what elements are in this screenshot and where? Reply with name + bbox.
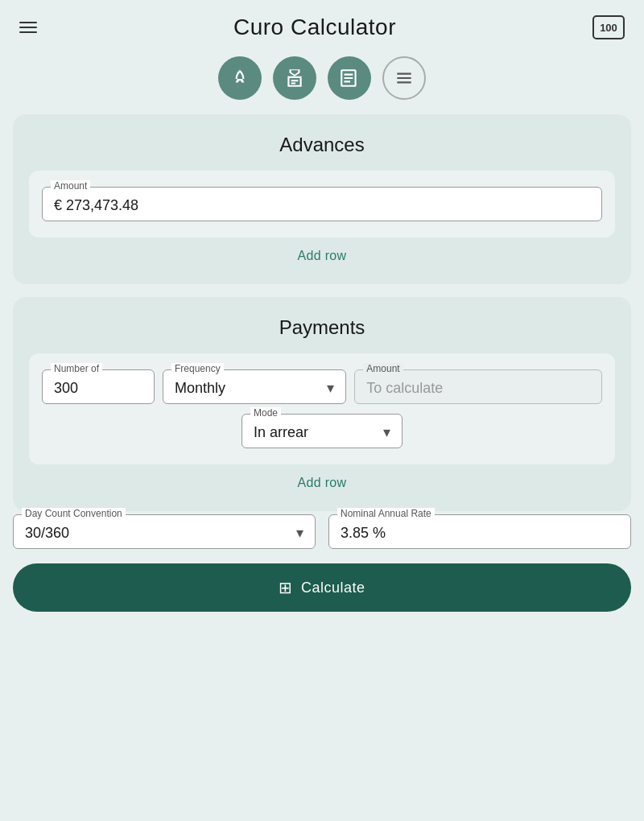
advances-add-row-button[interactable]: Add row	[29, 237, 615, 268]
payments-section: Payments Number of 300 Frequency Monthly…	[13, 297, 631, 511]
payments-mode-value: In arrear	[254, 424, 308, 441]
nav-icons	[0, 48, 644, 114]
nominal-rate-label: Nominal Annual Rate	[337, 508, 435, 519]
payments-number-value: 300	[54, 380, 142, 397]
payments-amount-placeholder: To calculate	[366, 380, 590, 397]
nav-list-button[interactable]	[382, 56, 426, 100]
payments-row2: Mode In arrear ▾	[42, 414, 602, 448]
advances-inner-card: Amount € 273,473.48	[29, 171, 615, 237]
bottom-controls: Day Count Convention 30/360 ▾ Nominal An…	[0, 514, 644, 612]
rocket-icon	[229, 68, 250, 89]
payments-amount-label: Amount	[363, 363, 402, 374]
calculate-button[interactable]: ⊞ Calculate	[13, 563, 631, 612]
money-icon[interactable]: 100	[592, 15, 625, 39]
nav-book-button[interactable]	[328, 56, 371, 100]
mode-dropdown-arrow: ▾	[383, 423, 390, 441]
day-count-label: Day Count Convention	[22, 508, 126, 519]
page-title: Curo Calculator	[233, 14, 396, 40]
payments-add-row-button[interactable]: Add row	[29, 464, 615, 495]
payments-mode-field[interactable]: Mode In arrear ▾	[242, 414, 402, 448]
main-content: Advances Amount € 273,473.48 Add row Pay…	[0, 114, 644, 511]
badge-icon	[284, 68, 305, 89]
calculate-label: Calculate	[301, 580, 365, 596]
advances-title: Advances	[29, 134, 615, 156]
nominal-rate-value: 3.85 %	[341, 525, 619, 542]
payments-title: Payments	[29, 316, 615, 339]
calculator-icon: ⊞	[279, 578, 293, 597]
book-icon	[339, 68, 360, 89]
advances-amount-field[interactable]: Amount € 273,473.48	[42, 187, 602, 221]
advances-section: Advances Amount € 273,473.48 Add row	[13, 114, 631, 284]
payments-number-field[interactable]: Number of 300	[42, 369, 155, 404]
payments-inner-card: Number of 300 Frequency Monthly ▾ Amount…	[29, 353, 615, 464]
header: Curo Calculator 100	[0, 0, 644, 48]
list-icon	[394, 68, 415, 89]
nav-badge-button[interactable]	[273, 56, 316, 100]
day-count-value: 30/360	[25, 525, 69, 542]
payments-number-label: Number of	[51, 363, 102, 374]
nav-rocket-button[interactable]	[218, 56, 262, 100]
payments-frequency-label: Frequency	[171, 363, 224, 374]
payments-row1: Number of 300 Frequency Monthly ▾ Amount…	[42, 369, 602, 404]
advances-amount-value: € 273,473.48	[54, 197, 590, 214]
day-count-dropdown-arrow: ▾	[296, 524, 303, 542]
bottom-row: Day Count Convention 30/360 ▾ Nominal An…	[13, 514, 631, 549]
advances-amount-label: Amount	[51, 180, 90, 192]
day-count-field[interactable]: Day Count Convention 30/360 ▾	[13, 514, 316, 549]
frequency-dropdown-arrow: ▾	[327, 379, 334, 397]
nominal-rate-field[interactable]: Nominal Annual Rate 3.85 %	[328, 514, 631, 549]
menu-icon[interactable]	[19, 22, 37, 33]
payments-frequency-field[interactable]: Frequency Monthly ▾	[163, 369, 346, 404]
payments-amount-field: Amount To calculate	[354, 369, 602, 404]
payments-mode-label: Mode	[250, 407, 281, 419]
payments-frequency-value: Monthly	[175, 380, 225, 397]
